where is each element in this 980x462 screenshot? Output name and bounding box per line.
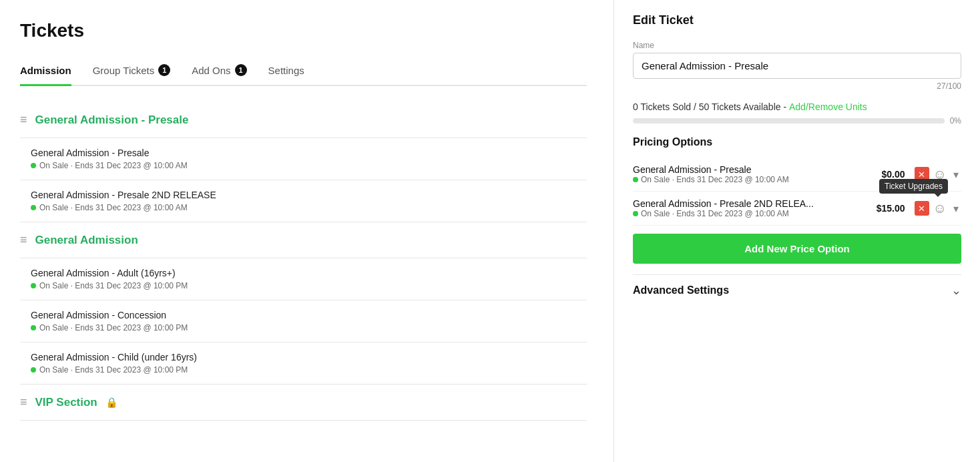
status-text: On Sale · Ends 31 Dec 2023 @ 10:00 PM	[39, 323, 188, 332]
status-text: On Sale · Ends 31 Dec 2023 @ 10:00 AM	[39, 161, 188, 170]
name-label: Name	[633, 41, 961, 50]
group-name-general: General Admission	[35, 234, 138, 247]
tab-add-ons-label: Add Ons	[192, 65, 230, 76]
group-header-presale[interactable]: ≡ General Admission - Presale	[20, 102, 587, 138]
list-item[interactable]: General Admission - Presale On Sale · En…	[20, 138, 587, 180]
smiley-wrapper-2: ☺ Ticket Upgrades	[932, 200, 948, 218]
ticket-group-vip: ≡ VIP Section 🔒	[20, 385, 587, 421]
tab-add-ons[interactable]: Add Ons 1	[192, 57, 246, 86]
pricing-options-title: Pricing Options	[633, 136, 961, 148]
ticket-status: On Sale · Ends 31 Dec 2023 @ 10:00 AM	[31, 161, 576, 170]
char-count: 27/100	[633, 81, 961, 91]
advanced-settings-row[interactable]: Advanced Settings ⌄	[633, 274, 961, 306]
tab-group-tickets-badge: 1	[158, 64, 170, 76]
status-dot	[31, 325, 36, 330]
drag-icon-vip: ≡	[20, 395, 27, 409]
pricing-name-1: General Admission - Presale	[633, 164, 877, 175]
ticket-status: On Sale · Ends 31 Dec 2023 @ 10:00 PM	[31, 281, 576, 290]
tab-admission-label: Admission	[20, 65, 71, 76]
dash-separator: -	[783, 101, 789, 112]
pricing-status-text-1: On Sale · Ends 31 Dec 2023 @ 10:00 AM	[641, 175, 789, 184]
tickets-available-text: 0 Tickets Sold / 50 Tickets Available - …	[633, 101, 961, 112]
tooltip-ticket-upgrades: Ticket Upgrades	[879, 179, 948, 194]
ticket-group-general: ≡ General Admission General Admission - …	[20, 222, 587, 385]
drag-icon-presale: ≡	[20, 113, 27, 127]
expand-button-1[interactable]: ▾	[951, 166, 961, 184]
pricing-info-1: General Admission - Presale On Sale · En…	[633, 164, 877, 184]
name-form-group: Name 27/100	[633, 41, 961, 91]
status-text: On Sale · Ends 31 Dec 2023 @ 10:00 PM	[39, 281, 188, 290]
tab-settings-label: Settings	[268, 65, 304, 76]
pricing-status-text-2: On Sale · Ends 31 Dec 2023 @ 10:00 AM	[641, 209, 789, 218]
group-name-presale: General Admission - Presale	[35, 113, 189, 127]
ticket-status: On Sale · Ends 31 Dec 2023 @ 10:00 PM	[31, 323, 576, 332]
ticket-name: General Admission - Concession	[31, 310, 576, 320]
pricing-status-1: On Sale · Ends 31 Dec 2023 @ 10:00 AM	[633, 175, 877, 184]
ticket-name: General Admission - Presale	[31, 148, 576, 158]
page-title: Tickets	[20, 20, 587, 41]
status-dot	[31, 205, 36, 210]
pricing-row-2: General Admission - Presale 2ND RELEA...…	[633, 192, 961, 226]
pricing-status-2: On Sale · Ends 31 Dec 2023 @ 10:00 AM	[633, 209, 871, 218]
ticket-groups: ≡ General Admission - Presale General Ad…	[20, 102, 587, 421]
tabs-container: Admission Group Tickets 1 Add Ons 1 Sett…	[20, 57, 587, 86]
ticket-name: General Admission - Child (under 16yrs)	[31, 352, 576, 363]
list-item[interactable]: General Admission - Presale 2ND RELEASE …	[20, 180, 587, 222]
list-item[interactable]: General Admission - Adult (16yrs+) On Sa…	[20, 258, 587, 300]
pricing-name-2: General Admission - Presale 2ND RELEA...	[633, 198, 871, 209]
tab-group-tickets-label: Group Tickets	[93, 65, 155, 76]
list-item[interactable]: General Admission - Child (under 16yrs) …	[20, 342, 587, 384]
ticket-upgrades-button-2[interactable]: ☺	[932, 200, 948, 218]
group-header-general[interactable]: ≡ General Admission	[20, 222, 587, 258]
pricing-price-2: $15.00	[877, 203, 905, 214]
status-dot-1	[633, 177, 638, 182]
expand-button-2[interactable]: ▾	[951, 200, 961, 218]
edit-panel-title: Edit Ticket	[633, 13, 961, 27]
group-header-vip[interactable]: ≡ VIP Section 🔒	[20, 385, 587, 420]
status-text: On Sale · Ends 31 Dec 2023 @ 10:00 AM	[39, 203, 188, 212]
tab-add-ons-badge: 1	[235, 64, 247, 76]
add-price-button[interactable]: Add New Price Option	[633, 234, 961, 264]
pricing-info-2: General Admission - Presale 2ND RELEA...…	[633, 198, 871, 218]
ticket-status: On Sale · Ends 31 Dec 2023 @ 10:00 AM	[31, 203, 576, 212]
list-item[interactable]: General Admission - Concession On Sale ·…	[20, 300, 587, 342]
pricing-actions-2: ✕ ☺ Ticket Upgrades ▾	[915, 200, 961, 218]
delete-button-2[interactable]: ✕	[915, 201, 929, 216]
pricing-price-1: $0.00	[882, 169, 905, 180]
right-panel: Edit Ticket Name 27/100 0 Tickets Sold /…	[614, 0, 980, 462]
status-dot	[31, 367, 36, 373]
ticket-name: General Admission - Presale 2ND RELEASE	[31, 190, 576, 200]
status-dot-2	[633, 211, 638, 216]
name-input[interactable]	[633, 53, 961, 79]
status-dot	[31, 283, 36, 288]
group-name-vip: VIP Section	[35, 396, 97, 409]
ticket-group-presale: ≡ General Admission - Presale General Ad…	[20, 102, 587, 222]
status-text: On Sale · Ends 31 Dec 2023 @ 10:00 PM	[39, 365, 188, 375]
tab-admission[interactable]: Admission	[20, 57, 71, 86]
left-panel: Tickets Admission Group Tickets 1 Add On…	[0, 0, 614, 462]
add-remove-link[interactable]: Add/Remove Units	[789, 101, 867, 112]
sold-available-text: 0 Tickets Sold / 50 Tickets Available	[633, 101, 781, 112]
chevron-down-icon: ⌄	[951, 283, 961, 298]
tab-group-tickets[interactable]: Group Tickets 1	[93, 57, 171, 86]
progress-pct: 0%	[950, 116, 961, 126]
ticket-items-general: General Admission - Adult (16yrs+) On Sa…	[20, 258, 587, 384]
ticket-items-presale: General Admission - Presale On Sale · En…	[20, 138, 587, 222]
advanced-settings-label: Advanced Settings	[633, 284, 729, 296]
ticket-status: On Sale · Ends 31 Dec 2023 @ 10:00 PM	[31, 365, 576, 375]
progress-bar-container: 0%	[633, 116, 961, 126]
tickets-available-row: 0 Tickets Sold / 50 Tickets Available - …	[633, 101, 961, 126]
progress-bar	[633, 118, 945, 124]
drag-icon-general: ≡	[20, 233, 27, 247]
tab-settings[interactable]: Settings	[268, 57, 304, 86]
lock-icon: 🔒	[105, 397, 118, 409]
ticket-name: General Admission - Adult (16yrs+)	[31, 268, 576, 278]
status-dot	[31, 163, 36, 168]
